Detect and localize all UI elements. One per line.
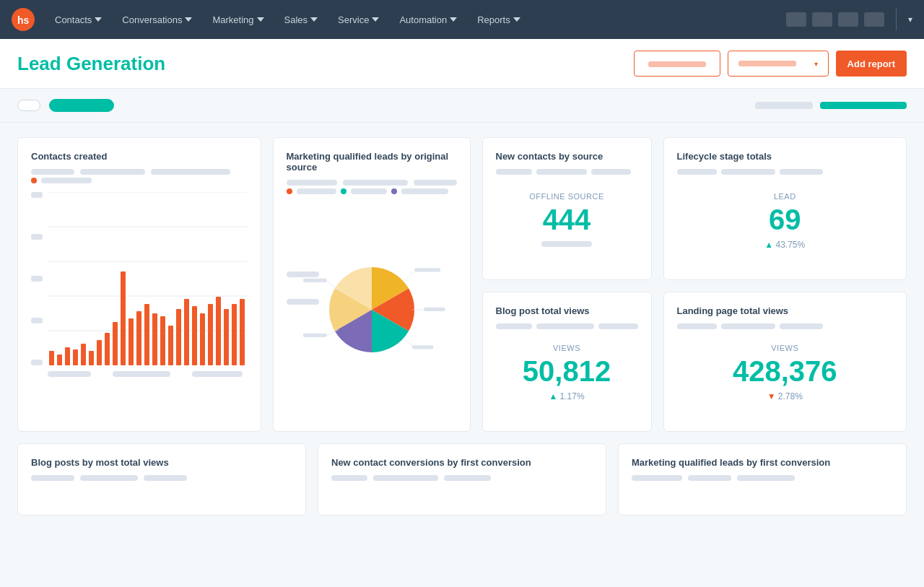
svg-rect-20 xyxy=(152,313,157,365)
dashboard-main: Contacts created xyxy=(0,123,924,530)
contacts-created-card: Contacts created xyxy=(17,137,261,432)
filter-active-pill[interactable] xyxy=(49,99,114,112)
svg-rect-10 xyxy=(73,349,78,365)
svg-rect-9 xyxy=(65,347,70,365)
svg-rect-21 xyxy=(160,316,165,365)
svg-rect-36 xyxy=(414,268,440,271)
svg-rect-38 xyxy=(424,308,445,311)
svg-rect-15 xyxy=(113,322,118,365)
svg-rect-28 xyxy=(216,297,221,365)
blog-views-label: VIEWS xyxy=(496,344,638,352)
filter-bar xyxy=(0,89,924,123)
filter-button[interactable]: ▾ xyxy=(728,51,829,77)
nav-automation[interactable]: Automation xyxy=(391,0,466,39)
lifecycle-value: 69 xyxy=(677,205,894,234)
source-label: OFFLINE SOURCE xyxy=(496,192,638,201)
filter-control-1 xyxy=(755,102,813,109)
svg-rect-7 xyxy=(49,351,54,365)
nav-notifications-icon[interactable] xyxy=(864,12,884,27)
svg-rect-31 xyxy=(240,299,245,365)
landing-views-change: ▼ 2.78% xyxy=(677,391,894,401)
page-header: Lead Generation ▾ Add report xyxy=(0,39,924,89)
nav-settings-icon[interactable] xyxy=(838,12,858,27)
mql-first-card: Marketing qualified leads by first conve… xyxy=(618,443,907,516)
date-range-button[interactable] xyxy=(634,51,720,77)
add-report-button[interactable]: Add report xyxy=(836,51,907,77)
svg-rect-17 xyxy=(128,318,134,365)
mql-first-title: Marketing qualified leads by first conve… xyxy=(632,457,893,468)
blog-views-title: Blog post total views xyxy=(496,305,638,316)
pie-area xyxy=(287,201,457,418)
svg-rect-23 xyxy=(176,309,181,365)
filter-right-controls xyxy=(755,102,907,109)
bottom-row: Blog posts by most total views New conta… xyxy=(17,443,907,516)
mql-source-card: Marketing qualified leads by original so… xyxy=(273,137,471,432)
filter-control-2 xyxy=(820,102,907,109)
bar-chart-area xyxy=(31,192,248,380)
svg-rect-13 xyxy=(97,340,102,365)
svg-rect-19 xyxy=(144,304,149,365)
blog-views-value: 50,812 xyxy=(496,357,638,386)
new-contacts-source-card: New contacts by source OFFLINE SOURCE 44… xyxy=(482,137,652,280)
svg-rect-27 xyxy=(208,304,213,365)
nav-marketing[interactable]: Marketing xyxy=(204,0,272,39)
svg-rect-44 xyxy=(302,334,326,337)
svg-rect-25 xyxy=(192,306,197,365)
source-bar xyxy=(541,241,592,247)
landing-views-title: Landing page total views xyxy=(677,305,894,316)
nav-sales[interactable]: Sales xyxy=(276,0,327,39)
lifecycle-card: Lifecycle stage totals LEAD 69 ▲ 43.75% xyxy=(663,137,907,280)
nav-service[interactable]: Service xyxy=(329,0,388,39)
blog-views-change: ▲ 1.17% xyxy=(496,391,638,401)
filter-all[interactable] xyxy=(17,100,40,111)
contacts-created-title: Contacts created xyxy=(31,151,248,162)
nav-search-icon[interactable] xyxy=(786,12,806,27)
svg-rect-12 xyxy=(89,351,94,365)
landing-views-value: 428,376 xyxy=(677,357,894,386)
svg-rect-16 xyxy=(121,271,126,365)
contact-conversions-title: New contact conversions by first convers… xyxy=(331,457,593,468)
svg-rect-18 xyxy=(136,311,141,365)
main-nav: hs Contacts Conversations Marketing Sale… xyxy=(0,0,924,39)
landing-views-label: VIEWS xyxy=(677,344,894,352)
nav-help-icon[interactable] xyxy=(812,12,832,27)
lifecycle-title: Lifecycle stage totals xyxy=(677,151,894,162)
svg-rect-26 xyxy=(200,313,205,365)
svg-rect-14 xyxy=(105,333,110,365)
nav-contacts[interactable]: Contacts xyxy=(46,0,110,39)
svg-rect-8 xyxy=(57,355,62,365)
hubspot-logo[interactable]: hs xyxy=(12,8,35,31)
blog-posts-card: Blog posts by most total views xyxy=(17,443,306,516)
svg-line-35 xyxy=(403,272,414,282)
blog-posts-title: Blog posts by most total views xyxy=(31,457,292,468)
nav-divider xyxy=(896,9,897,30)
cc-legend-row1 xyxy=(31,169,248,175)
main-grid: Contacts created xyxy=(17,137,907,432)
cc-legend-row2 xyxy=(31,178,248,183)
nav-reports[interactable]: Reports xyxy=(468,0,529,39)
nav-account-chevron[interactable]: ▾ xyxy=(908,14,912,25)
landing-views-card: Landing page total views VIEWS 428,376 ▼… xyxy=(663,292,907,432)
new-contacts-title: New contacts by source xyxy=(496,151,638,162)
svg-rect-24 xyxy=(184,299,189,365)
nav-utility-icons: ▾ xyxy=(786,9,912,30)
svg-rect-22 xyxy=(168,326,173,365)
source-value: 444 xyxy=(496,205,638,234)
mql-source-title: Marketing qualified leads by original so… xyxy=(287,151,457,173)
svg-rect-30 xyxy=(232,304,237,365)
svg-rect-29 xyxy=(224,309,229,365)
svg-line-39 xyxy=(403,338,414,347)
svg-rect-40 xyxy=(411,345,433,349)
svg-text:hs: hs xyxy=(17,14,30,26)
nav-conversations[interactable]: Conversations xyxy=(113,0,201,39)
bar-chart-svg xyxy=(48,192,248,365)
page-title: Lead Generation xyxy=(17,53,634,75)
svg-rect-11 xyxy=(81,344,86,365)
blog-views-card: Blog post total views VIEWS 50,812 ▲ 1.1… xyxy=(482,292,652,432)
header-actions: ▾ Add report xyxy=(634,51,907,77)
mql-pie-svg xyxy=(287,201,457,418)
lifecycle-stage-label: LEAD xyxy=(677,192,894,201)
lifecycle-change: ▲ 43.75% xyxy=(677,240,894,250)
contact-conversions-card: New contact conversions by first convers… xyxy=(318,443,606,516)
